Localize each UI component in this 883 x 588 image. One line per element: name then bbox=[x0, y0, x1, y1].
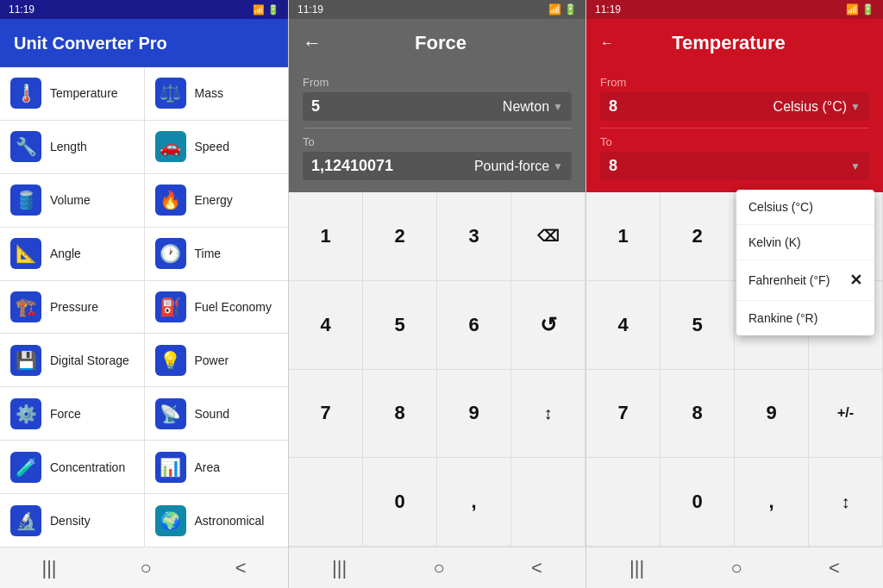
mass-icon: ⚖️ bbox=[155, 78, 186, 109]
key-4-temp[interactable]: 4 bbox=[586, 281, 661, 370]
power-icon: 💡 bbox=[155, 345, 186, 376]
app-title: Unit Converter Pro bbox=[14, 34, 167, 53]
key-5-force[interactable]: 5 bbox=[363, 281, 437, 370]
key-comma-force[interactable]: , bbox=[437, 458, 511, 547]
nav-back-1[interactable]: < bbox=[235, 557, 247, 579]
dropdown-option-celsius[interactable]: Celsius (°C) bbox=[736, 190, 874, 225]
grid-item-sound[interactable]: 📡 Sound bbox=[145, 387, 289, 440]
density-label: Density bbox=[50, 514, 91, 528]
back-button-temp[interactable]: ← bbox=[600, 35, 614, 51]
time-3: 11:19 bbox=[595, 3, 621, 16]
time-1: 11:19 bbox=[9, 3, 34, 16]
from-unit-temp[interactable]: Celsius (°C) ▼ bbox=[773, 99, 861, 115]
bottom-nav-2: ||| ○ < bbox=[289, 547, 586, 588]
temperature-icon: 🌡️ bbox=[10, 78, 41, 109]
nav-menu-3[interactable]: ||| bbox=[629, 557, 644, 579]
grid-item-digital-storage[interactable]: 💾 Digital Storage bbox=[0, 334, 144, 386]
key-backspace-force[interactable]: ⌫ bbox=[511, 192, 586, 281]
grid-item-concentration[interactable]: 🧪 Concentration bbox=[0, 441, 144, 493]
nav-back-3[interactable]: < bbox=[829, 557, 840, 579]
to-unit-temp[interactable]: ▼ bbox=[847, 160, 861, 172]
nav-home-2[interactable]: ○ bbox=[433, 557, 444, 579]
grid-item-power[interactable]: 💡 Power bbox=[145, 334, 289, 386]
grid-item-speed[interactable]: 🚗 Speed bbox=[145, 121, 289, 173]
key-1-temp[interactable]: 1 bbox=[586, 192, 661, 281]
key-reset-force[interactable]: ↺ bbox=[511, 281, 586, 370]
key-0-temp[interactable]: 0 bbox=[661, 458, 735, 547]
from-unit-force[interactable]: Newton ▼ bbox=[503, 99, 563, 115]
to-row-force[interactable]: 1,12410071 Pound-force ▼ bbox=[303, 152, 572, 180]
to-row-temp[interactable]: 8 ▼ bbox=[600, 152, 869, 180]
key-5-temp[interactable]: 5 bbox=[661, 281, 735, 370]
nav-back-2[interactable]: < bbox=[531, 557, 542, 579]
volume-icon: 🛢️ bbox=[10, 185, 41, 216]
grid-item-angle[interactable]: 📐 Angle bbox=[0, 228, 144, 280]
key-3-force[interactable]: 3 bbox=[437, 192, 511, 281]
key-empty2-force bbox=[511, 458, 586, 547]
status-bar-2: 11:19 📶 🔋 bbox=[289, 0, 586, 19]
panel-unit-converter: 11:19 📶 🔋 Unit Converter Pro 🌡️ Temperat… bbox=[0, 0, 288, 588]
energy-icon: 🔥 bbox=[155, 185, 186, 216]
grid-item-mass[interactable]: ⚖️ Mass bbox=[145, 67, 289, 120]
to-unit-caret: ▼ bbox=[553, 160, 563, 172]
key-9-force[interactable]: 9 bbox=[437, 370, 511, 459]
close-dropdown-icon[interactable]: ✕ bbox=[849, 271, 862, 290]
key-2-temp[interactable]: 2 bbox=[661, 192, 735, 281]
from-unit-caret: ▼ bbox=[553, 101, 563, 113]
force-title: Force bbox=[335, 32, 546, 54]
key-swap-temp[interactable]: ↕ bbox=[809, 458, 883, 547]
status-icons-1: 📶 🔋 bbox=[253, 4, 279, 16]
force-header: ← Force bbox=[289, 19, 586, 67]
key-2-force[interactable]: 2 bbox=[363, 192, 437, 281]
key-4-force[interactable]: 4 bbox=[289, 281, 363, 370]
unit-dropdown-temp[interactable]: Celsius (°C) Kelvin (K) Fahrenheit (°F) … bbox=[736, 190, 874, 335]
nav-menu-1[interactable]: ||| bbox=[41, 557, 56, 579]
pressure-icon: 🏗️ bbox=[10, 291, 41, 322]
key-8-force[interactable]: 8 bbox=[363, 370, 437, 459]
grid-item-astronomical[interactable]: 🌍 Astronomical bbox=[145, 494, 289, 547]
to-value-temp: 8 bbox=[609, 157, 617, 175]
grid-item-volume[interactable]: 🛢️ Volume bbox=[0, 174, 144, 227]
grid-item-area[interactable]: 📊 Area bbox=[145, 441, 289, 493]
dropdown-option-fahrenheit[interactable]: Fahrenheit (°F) ✕ bbox=[736, 260, 874, 301]
grid-item-density[interactable]: 🔬 Density bbox=[0, 494, 144, 547]
temperature-title: Temperature bbox=[614, 32, 843, 54]
back-button-force[interactable]: ← bbox=[303, 32, 322, 54]
power-label: Power bbox=[195, 353, 229, 367]
to-label-temp: To bbox=[600, 135, 869, 148]
nav-home-1[interactable]: ○ bbox=[140, 557, 151, 579]
nav-menu-2[interactable]: ||| bbox=[332, 557, 347, 579]
key-comma-temp[interactable]: , bbox=[735, 458, 809, 547]
bottom-nav-1: ||| ○ < bbox=[0, 547, 288, 588]
to-unit-force[interactable]: Pound-force ▼ bbox=[474, 159, 563, 174]
from-row-temp[interactable]: 8 Celsius (°C) ▼ bbox=[600, 92, 869, 121]
angle-icon: 📐 bbox=[10, 238, 41, 269]
length-icon: 🔧 bbox=[10, 131, 41, 162]
grid-item-time[interactable]: 🕐 Time bbox=[145, 228, 289, 280]
key-7-force[interactable]: 7 bbox=[289, 370, 363, 459]
length-label: Length bbox=[50, 140, 87, 153]
status-icons-2: 📶 🔋 bbox=[548, 3, 577, 16]
key-8-temp[interactable]: 8 bbox=[661, 370, 735, 459]
grid-item-temperature[interactable]: 🌡️ Temperature bbox=[0, 67, 144, 120]
from-row-force[interactable]: 5 Newton ▼ bbox=[303, 92, 572, 121]
key-0-force[interactable]: 0 bbox=[363, 458, 437, 547]
sound-label: Sound bbox=[195, 407, 229, 421]
grid-item-force[interactable]: ⚙️ Force bbox=[0, 387, 144, 440]
key-plusminus-temp[interactable]: +/- bbox=[809, 370, 883, 459]
grid-item-energy[interactable]: 🔥 Energy bbox=[145, 174, 289, 227]
nav-home-3[interactable]: ○ bbox=[730, 557, 742, 579]
key-9-temp[interactable]: 9 bbox=[735, 370, 809, 459]
area-label: Area bbox=[195, 460, 221, 474]
dropdown-option-kelvin[interactable]: Kelvin (K) bbox=[736, 225, 874, 260]
grid-item-fuel-economy[interactable]: ⛽ Fuel Economy bbox=[145, 281, 289, 334]
digital-storage-label: Digital Storage bbox=[50, 353, 129, 367]
key-1-force[interactable]: 1 bbox=[289, 192, 363, 281]
grid-item-length[interactable]: 🔧 Length bbox=[0, 121, 144, 173]
grid-item-pressure[interactable]: 🏗️ Pressure bbox=[0, 281, 144, 334]
key-6-force[interactable]: 6 bbox=[437, 281, 511, 370]
dropdown-option-rankine[interactable]: Rankine (°R) bbox=[736, 301, 874, 335]
key-swap-force[interactable]: ↕ bbox=[511, 370, 586, 459]
to-unit-caret-temp: ▼ bbox=[850, 160, 861, 172]
key-7-temp[interactable]: 7 bbox=[586, 370, 661, 459]
